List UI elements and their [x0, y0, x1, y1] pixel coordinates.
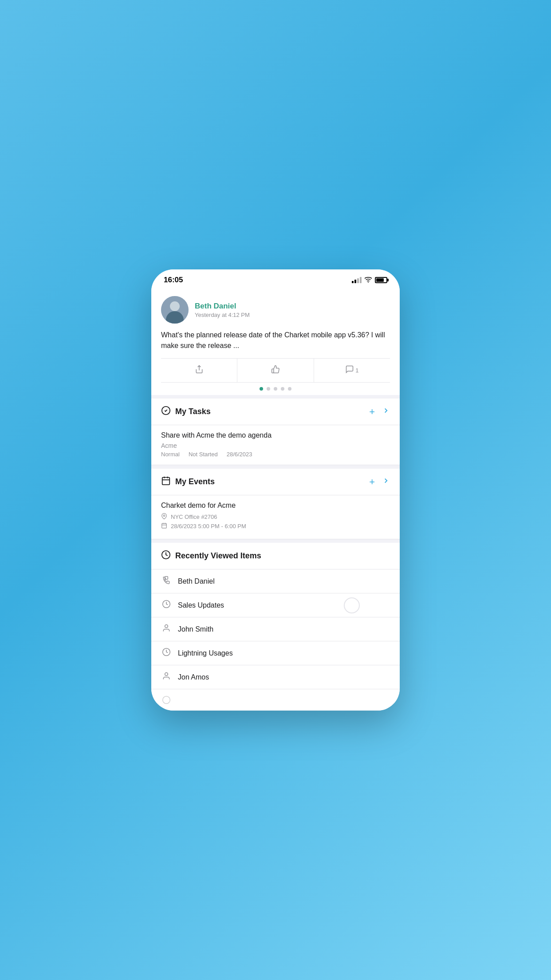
svg-point-18: [163, 696, 170, 704]
task-title: Share with Acme the demo agenda: [161, 431, 390, 439]
feed-actions: 1: [161, 358, 390, 383]
events-arrow-button[interactable]: [382, 477, 390, 487]
comment-icon: [345, 365, 354, 376]
beth-daniel-label: Beth Daniel: [178, 577, 215, 585]
recently-viewed-section: Recently Viewed Items Beth Daniel Sales …: [151, 543, 400, 711]
dot-3[interactable]: [274, 387, 277, 391]
recently-viewed-title: Recently Viewed Items: [175, 551, 261, 561]
signal-icon: [352, 277, 362, 283]
task-company: Acme: [161, 442, 390, 449]
my-events-header: My Events +: [151, 469, 400, 495]
recent-item-lightning-usages[interactable]: Lightning Usages: [151, 641, 400, 665]
john-smith-label: John Smith: [178, 625, 213, 633]
tasks-icon: [161, 406, 171, 418]
feed-username[interactable]: Beth Daniel: [195, 302, 250, 311]
report-icon-2: [161, 648, 172, 659]
recent-title-group: Recently Viewed Items: [161, 550, 261, 562]
event-title: Charket demo for Acme: [161, 502, 390, 510]
avatar: [161, 296, 189, 324]
my-tasks-title: My Tasks: [175, 407, 211, 416]
loading-circle: [344, 597, 360, 613]
section-title-group: My Tasks: [161, 406, 211, 418]
recent-item-beth-daniel[interactable]: Beth Daniel: [151, 569, 400, 593]
events-title-group: My Events: [161, 476, 215, 488]
status-icons: [352, 277, 387, 284]
my-tasks-section: My Tasks + Share with Acme the demo agen…: [151, 399, 400, 465]
recently-viewed-icon: [161, 550, 171, 562]
comment-count: 1: [355, 367, 358, 374]
sales-updates-label: Sales Updates: [178, 601, 224, 609]
location-icon: [161, 513, 167, 521]
feed-card: Beth Daniel Yesterday at 4:12 PM What's …: [151, 288, 400, 383]
task-item[interactable]: Share with Acme the demo agenda Acme Nor…: [151, 425, 400, 465]
like-icon: [271, 365, 280, 376]
recent-item-partial: [151, 689, 400, 711]
svg-rect-3: [162, 478, 170, 485]
battery-icon: [375, 277, 387, 283]
task-priority: Normal: [161, 451, 180, 458]
recent-item-sales-updates[interactable]: Sales Updates: [151, 593, 400, 617]
recent-item-jon-amos[interactable]: Jon Amos: [151, 665, 400, 689]
svg-point-15: [165, 625, 168, 628]
my-tasks-header: My Tasks +: [151, 399, 400, 425]
svg-point-17: [165, 673, 168, 676]
dot-4[interactable]: [281, 387, 284, 391]
svg-rect-8: [162, 523, 167, 528]
share-icon: [195, 365, 204, 376]
person-icon-1: [161, 624, 172, 635]
dot-2[interactable]: [267, 387, 270, 391]
event-location-row: NYC Office #2706: [161, 513, 390, 521]
task-status: Not Started: [189, 451, 218, 458]
feed-message: What's the planned release date of the C…: [161, 330, 390, 351]
event-time-row: 28/6/2023 5:00 PM - 6:00 PM: [161, 522, 390, 530]
svg-point-0: [368, 282, 369, 283]
dot-5[interactable]: [288, 387, 291, 391]
tasks-section-actions: +: [369, 407, 390, 417]
my-events-title: My Events: [175, 477, 215, 486]
wifi-icon: [364, 277, 372, 284]
status-time: 16:05: [164, 276, 183, 285]
tasks-arrow-button[interactable]: [382, 407, 390, 417]
partial-icon: [161, 695, 172, 707]
event-location: NYC Office #2706: [171, 514, 217, 520]
task-details: Normal Not Started 28/6/2023: [161, 451, 390, 458]
status-bar: 16:05: [151, 269, 400, 288]
phone-frame: 16:05 Beth Dani: [151, 269, 400, 711]
person-icon-2: [161, 672, 172, 683]
feed-timestamp: Yesterday at 4:12 PM: [195, 312, 250, 318]
my-events-section: My Events + Charket demo for Acme: [151, 469, 400, 539]
events-section-actions: +: [369, 477, 390, 487]
events-icon: [161, 476, 171, 488]
contact-icon: [161, 576, 172, 587]
pagination-dots: [151, 383, 400, 395]
comment-button[interactable]: 1: [314, 359, 390, 382]
jon-amos-label: Jon Amos: [178, 673, 209, 681]
share-button[interactable]: [161, 359, 237, 382]
feed-user-info: Beth Daniel Yesterday at 4:12 PM: [195, 302, 250, 318]
svg-point-7: [163, 515, 165, 517]
event-item[interactable]: Charket demo for Acme NYC Office #2706: [151, 495, 400, 539]
events-add-button[interactable]: +: [369, 477, 375, 487]
recently-viewed-header: Recently Viewed Items: [151, 543, 400, 569]
lightning-usages-label: Lightning Usages: [178, 649, 233, 657]
tasks-add-button[interactable]: +: [369, 407, 375, 417]
feed-header: Beth Daniel Yesterday at 4:12 PM: [161, 296, 390, 324]
like-button[interactable]: [237, 359, 314, 382]
calendar-icon: [161, 522, 167, 530]
event-datetime: 28/6/2023 5:00 PM - 6:00 PM: [171, 523, 246, 530]
recent-item-john-smith[interactable]: John Smith: [151, 617, 400, 641]
report-icon-1: [161, 600, 172, 611]
task-due-date: 28/6/2023: [227, 451, 252, 458]
dot-1[interactable]: [260, 387, 263, 391]
